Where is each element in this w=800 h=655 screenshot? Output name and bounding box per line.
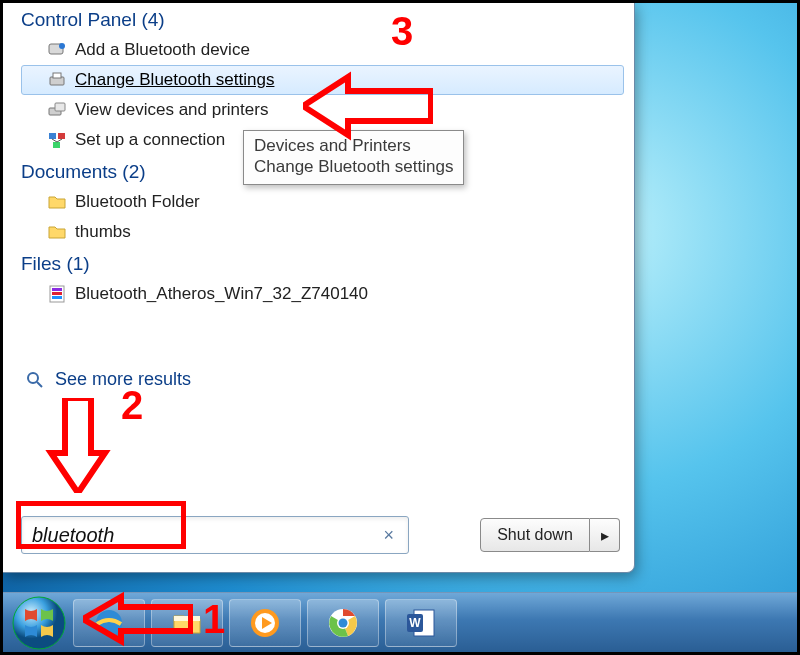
result-label: Add a Bluetooth device <box>75 40 250 60</box>
clear-search-icon[interactable]: × <box>379 525 398 546</box>
svg-rect-3 <box>53 73 61 78</box>
magnifier-icon <box>25 370 45 390</box>
result-label: Bluetooth Folder <box>75 192 200 212</box>
group-header-control-panel: Control Panel (4) <box>21 9 624 31</box>
shutdown-options-arrow[interactable]: ▸ <box>590 518 620 552</box>
svg-point-17 <box>13 597 65 649</box>
result-label: View devices and printers <box>75 100 268 120</box>
result-label: Change Bluetooth settings <box>75 70 274 90</box>
result-label: Set up a connection <box>75 130 225 150</box>
svg-point-15 <box>28 373 38 383</box>
network-icon <box>47 130 67 150</box>
svg-line-9 <box>52 139 57 142</box>
svg-rect-13 <box>52 292 62 295</box>
svg-rect-12 <box>52 288 62 291</box>
see-more-results[interactable]: See more results <box>21 369 624 390</box>
svg-rect-19 <box>174 616 200 621</box>
svg-point-25 <box>339 618 348 627</box>
taskbar-word[interactable]: W <box>385 599 457 647</box>
result-bluetooth-folder[interactable]: Bluetooth Folder <box>21 187 624 217</box>
taskbar-chrome[interactable] <box>307 599 379 647</box>
tooltip-line2: Change Bluetooth settings <box>254 156 453 177</box>
start-menu-search-panel: Control Panel (4) Add a Bluetooth device… <box>3 3 635 573</box>
svg-point-1 <box>59 43 65 49</box>
svg-rect-8 <box>53 142 60 148</box>
taskbar-file-explorer[interactable] <box>151 599 223 647</box>
printer-icon <box>47 70 67 90</box>
taskbar: W <box>3 592 797 652</box>
svg-text:W: W <box>409 616 421 630</box>
result-thumbs[interactable]: thumbs <box>21 217 624 247</box>
documents-results: Bluetooth Folder thumbs <box>21 187 624 247</box>
shutdown-split-button: Shut down ▸ <box>480 518 620 552</box>
search-input[interactable] <box>32 524 379 547</box>
start-menu-bottom-row: × Shut down ▸ <box>21 516 620 554</box>
shutdown-button[interactable]: Shut down <box>480 518 590 552</box>
chevron-right-icon: ▸ <box>601 526 609 545</box>
svg-rect-5 <box>55 103 65 111</box>
folder-icon <box>47 222 67 242</box>
result-label: thumbs <box>75 222 131 242</box>
group-header-files: Files (1) <box>21 253 624 275</box>
result-add-bluetooth-device[interactable]: Add a Bluetooth device <box>21 35 624 65</box>
tooltip: Devices and Printers Change Bluetooth se… <box>243 130 464 185</box>
result-bluetooth-atheros[interactable]: Bluetooth_Atheros_Win7_32_Z740140 <box>21 279 624 309</box>
devices-printers-icon <box>47 100 67 120</box>
svg-rect-14 <box>52 296 62 299</box>
svg-rect-7 <box>58 133 65 139</box>
taskbar-ie[interactable] <box>73 599 145 647</box>
svg-line-16 <box>37 382 42 387</box>
files-results: Bluetooth_Atheros_Win7_32_Z740140 <box>21 279 624 309</box>
search-box[interactable]: × <box>21 516 409 554</box>
tooltip-line1: Devices and Printers <box>254 135 453 156</box>
shutdown-label: Shut down <box>497 526 573 544</box>
bluetooth-device-icon <box>47 40 67 60</box>
svg-line-10 <box>57 139 62 142</box>
folder-icon <box>47 192 67 212</box>
see-more-label: See more results <box>55 369 191 390</box>
archive-icon <box>47 284 67 304</box>
desktop-background: Control Panel (4) Add a Bluetooth device… <box>3 3 797 652</box>
start-button[interactable] <box>11 595 67 651</box>
result-change-bluetooth-settings[interactable]: Change Bluetooth settings <box>21 65 624 95</box>
result-label: Bluetooth_Atheros_Win7_32_Z740140 <box>75 284 368 304</box>
taskbar-media-player[interactable] <box>229 599 301 647</box>
svg-rect-6 <box>49 133 56 139</box>
result-view-devices-printers[interactable]: View devices and printers <box>21 95 624 125</box>
